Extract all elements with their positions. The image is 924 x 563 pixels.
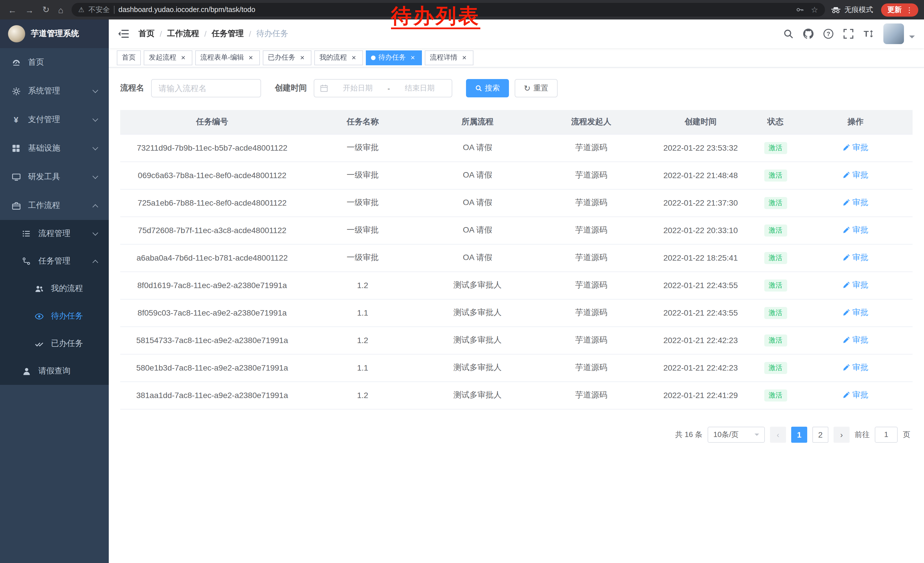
sidebar-item-home[interactable]: 首页	[0, 48, 109, 77]
warning-icon[interactable]: ⚠	[78, 6, 84, 14]
breadcrumb-item[interactable]: 首页	[138, 29, 154, 39]
tab-close-icon[interactable]: ×	[179, 54, 187, 62]
approve-link[interactable]: 审批	[843, 363, 868, 373]
approve-link[interactable]: 审批	[843, 198, 868, 208]
sidebar-item-todo-tasks[interactable]: 待办任务	[0, 302, 109, 330]
sidebar-item-process-management[interactable]: 流程管理	[0, 220, 109, 248]
tab-close-icon[interactable]: ×	[409, 54, 417, 62]
process-name-input[interactable]	[151, 79, 261, 98]
status-badge: 激活	[764, 142, 787, 154]
reset-button[interactable]: ↻ 重置	[514, 79, 557, 98]
edit-icon	[843, 171, 850, 179]
column-header-task-name: 任务名称	[304, 110, 422, 134]
prev-page-button[interactable]: ‹	[770, 426, 786, 443]
screen: 待办列表 ← → ↻ ⌂ ⚠ 不安全 dashboard.yudao.iocod…	[0, 0, 924, 563]
status-badge: 激活	[764, 169, 787, 181]
approve-link[interactable]: 审批	[843, 390, 868, 400]
range-separator: -	[388, 84, 390, 93]
page-button-2[interactable]: 2	[812, 426, 828, 443]
reload-icon[interactable]: ↻	[42, 5, 50, 15]
cell-initiator: 芋道源码	[534, 162, 649, 189]
tags-view-bar: 首页发起流程×流程表单-编辑×已办任务×我的流程×待办任务×流程详情×	[109, 48, 924, 68]
question-icon[interactable]: ?	[823, 29, 834, 39]
sidebar-item-label: 支付管理	[28, 114, 60, 125]
breadcrumb-item[interactable]: 工作流程	[167, 29, 199, 39]
sidebar-item-label: 任务管理	[38, 256, 70, 266]
approve-link[interactable]: 审批	[843, 252, 868, 263]
tab-close-icon[interactable]: ×	[247, 54, 255, 62]
navbar-actions: ? T	[783, 24, 915, 44]
omnibox-divider	[114, 6, 114, 14]
page-button-1[interactable]: 1	[791, 426, 807, 443]
sidebar-item-task-management[interactable]: 任务管理	[0, 248, 109, 275]
cell-task-name: 1.1	[304, 299, 422, 326]
tab-close-icon[interactable]: ×	[460, 54, 468, 62]
svg-text:?: ?	[826, 31, 830, 38]
view-tab[interactable]: 我的流程×	[314, 50, 363, 65]
security-label[interactable]: 不安全	[88, 5, 110, 15]
cell-initiator: 芋道源码	[534, 216, 649, 244]
create-time-label: 创建时间	[275, 83, 307, 93]
view-tab[interactable]: 待办任务×	[366, 50, 422, 65]
view-tab[interactable]: 流程详情×	[425, 50, 474, 65]
search-button[interactable]: 搜索	[466, 79, 509, 98]
sidebar-item-done-tasks[interactable]: 已办任务	[0, 330, 109, 357]
chevron-up-icon	[93, 260, 98, 265]
edit-icon	[843, 144, 850, 152]
avatar[interactable]	[884, 24, 904, 44]
date-range-picker[interactable]: 开始日期 - 结束日期	[314, 79, 452, 98]
sidebar-item-leave-query[interactable]: 请假查询	[0, 357, 109, 385]
cell-initiator: 芋道源码	[534, 134, 649, 162]
home-icon[interactable]: ⌂	[58, 5, 63, 15]
page-size-select[interactable]: 10条/页	[708, 426, 765, 443]
view-tab[interactable]: 发起流程×	[144, 50, 192, 65]
check-icon	[34, 339, 44, 348]
sidebar-collapse-icon[interactable]	[118, 29, 129, 38]
key-icon[interactable]	[796, 6, 804, 14]
sidebar-item-label: 工作流程	[28, 200, 60, 211]
column-header-task-id: 任务编号	[120, 110, 304, 134]
sidebar-item-payment[interactable]: ¥支付管理	[0, 105, 109, 134]
breadcrumb-item[interactable]: 任务管理	[212, 29, 244, 39]
sidebar-item-my-process[interactable]: 我的流程	[0, 275, 109, 302]
approve-link[interactable]: 审批	[843, 170, 868, 180]
tab-label: 待办任务	[378, 53, 406, 62]
font-size-icon[interactable]: T	[863, 29, 874, 39]
chevron-down-icon	[93, 116, 98, 122]
sidebar-item-system[interactable]: 系统管理	[0, 77, 109, 105]
back-icon[interactable]: ←	[8, 5, 16, 15]
chevron-down-icon	[93, 87, 98, 93]
address-bar[interactable]: ⚠ 不安全 dashboard.yudao.iocoder.cn/bpm/tas…	[71, 3, 825, 17]
process-name-label: 流程名	[120, 83, 144, 93]
sidebar-item-devtools[interactable]: 研发工具	[0, 163, 109, 191]
sidebar-item-workflow[interactable]: 工作流程	[0, 191, 109, 220]
kebab-menu-icon[interactable]: ⋮	[906, 6, 913, 14]
browser-right-cluster: 无痕模式 更新 ⋮	[831, 3, 918, 17]
next-page-button[interactable]: ›	[834, 426, 850, 443]
status-badge: 激活	[764, 334, 787, 346]
approve-link[interactable]: 审批	[843, 280, 868, 290]
view-tab[interactable]: 已办任务×	[263, 50, 311, 65]
edit-icon	[843, 227, 850, 234]
forward-icon[interactable]: →	[25, 5, 34, 15]
chevron-down-icon[interactable]	[909, 36, 915, 41]
page-url: dashboard.yudao.iocoder.cn/bpm/task/todo	[118, 6, 792, 14]
approve-link[interactable]: 审批	[843, 335, 868, 345]
edit-icon	[843, 281, 850, 289]
github-icon[interactable]	[803, 29, 813, 39]
page-jump-input[interactable]	[875, 426, 898, 443]
fullscreen-icon[interactable]	[843, 29, 854, 39]
yen-icon: ¥	[12, 115, 21, 124]
tab-close-icon[interactable]: ×	[298, 54, 306, 62]
sidebar-item-infrastructure[interactable]: 基础设施	[0, 134, 109, 163]
view-tab[interactable]: 首页	[117, 50, 141, 65]
approve-link[interactable]: 审批	[843, 225, 868, 236]
approve-link[interactable]: 审批	[843, 308, 868, 318]
update-button[interactable]: 更新 ⋮	[881, 3, 918, 17]
approve-link[interactable]: 审批	[843, 143, 868, 153]
view-tab[interactable]: 流程表单-编辑×	[195, 50, 260, 65]
star-icon[interactable]: ☆	[811, 5, 818, 14]
column-header-action: 操作	[798, 110, 912, 134]
tab-close-icon[interactable]: ×	[350, 54, 358, 62]
search-icon[interactable]	[783, 29, 794, 39]
